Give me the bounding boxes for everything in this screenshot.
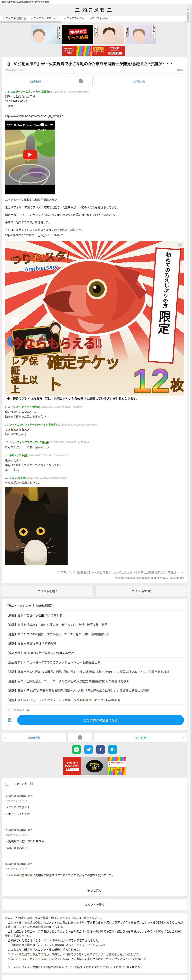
ad-colors-text: 10本単位で選べる12色 xyxy=(108,761,126,767)
comments-icon xyxy=(5,782,10,786)
home-button[interactable] xyxy=(69,76,93,86)
ad-colors-text: 10本単位で選べる12色 xyxy=(91,51,105,54)
ad-shop-name: 東京ハンガー xyxy=(109,52,122,54)
view-comments-button[interactable]: コメント(56件) xyxy=(96,586,187,596)
prev-article-button[interactable]: 前の記事 xyxy=(2,733,66,743)
next-article-button[interactable]: 次の記事 xyxy=(94,733,187,743)
share-bar: LINE f B! xyxy=(2,745,187,754)
free-shipping-badge: 送料無料 xyxy=(111,768,122,772)
wowma-banner-ad-2[interactable]: すべらない PVCハンガー 東京ハンガー WOWMA! ランキング 常連! 10… xyxy=(63,757,126,775)
news-item[interactable]: 【速報】ネコがタヌキに授乳...はなちゃん、すくすく育つ 玉野・渋川動物公園 xyxy=(5,629,184,639)
livedoor-blog-icon: B xyxy=(5,715,14,725)
twitter-share-icon[interactable] xyxy=(84,745,93,754)
thread-source-link[interactable]: http://hayabusa3.2ch.net/test/read.cgi/n… xyxy=(115,576,184,579)
horizontal-scrollbar-thumb[interactable] xyxy=(3,21,61,23)
wowma-badge: WOWMA! ランキング 常連! xyxy=(86,760,103,772)
top-nav: ねこメモ専用掲示板 ねこメモあっぷろーだー ねこメモあんてな ねこメモ | tw… xyxy=(0,15,187,21)
comment-bubble-icon xyxy=(177,68,181,71)
thread-post: 17: シューティングスタープレス(長屋) 2013/09/27 12:07:2… xyxy=(5,440,184,450)
scroll-left-arrow-icon[interactable] xyxy=(0,21,2,23)
article-card: 【( ; ∀ ; )動画あり】米・火災現場で小さな毛のかたまりを消防士が発見!息… xyxy=(2,57,187,583)
play-button[interactable] xyxy=(23,150,37,159)
news-item[interactable]: 【動画あり】米ニューヨークでネコのファッションショー 動物保護目的 xyxy=(5,657,184,667)
ad-panel-3: …っこいつ xyxy=(94,25,125,44)
category-link[interactable]: 猫ニュース xyxy=(17,708,29,711)
line-share-icon[interactable]: LINE xyxy=(72,745,81,754)
poster-name[interactable]: ショルダーアームブリーカー(京都府) xyxy=(8,90,50,93)
youtube-player[interactable]: GoPro GoPro: Fireman Saves Kitten 後で見る 共… xyxy=(5,121,55,194)
nav-board-link[interactable]: ねこメモ専用掲示板 xyxy=(3,16,26,20)
vertical-scrollbar[interactable] xyxy=(187,8,190,980)
thread-post: 6: ニーリフト(チベット自治区) 2013/09/27 11:49:48 ID… xyxy=(5,405,184,419)
category-latest-card: 「猫ニュース」カテゴリの最新記事 【速報】猫が草を食べる理由:ついに判明す 【速… xyxy=(2,599,187,730)
poster-name[interactable]: ニーリフト(チベット自治区) xyxy=(8,405,40,408)
ad-speech-bubble: これだから xyxy=(125,26,129,38)
quote-source: 引用元:【( ; ∀ ; )動画あり】米・火災現場で小さな毛のかたまりを消防士が… xyxy=(5,570,184,581)
news-item[interactable]: 【速報】猫の爪切除を禁止、ニューヨークで全米初の州法成立 ※治療目的などの場合は… xyxy=(5,676,184,686)
outer-scrollbar-track[interactable] xyxy=(189,8,192,980)
site-title[interactable]: ニ ねこメモ ニ xyxy=(75,6,112,14)
popular-articles-card: 人気記事 1 ネッコ「おっ、あの中涼しそうやんけw」ｼｭﾊﾞﾊﾞﾊﾞ› 2 【激… xyxy=(2,975,187,980)
section-header: 「猫ニュース」カテゴリの最新記事 xyxy=(5,601,184,610)
ad-panel-4: これだから 使えねーな xyxy=(125,25,156,44)
thread-post: 21: 中年'sリフト(庭) 2013/09/27 12:11:04 ID:en… xyxy=(5,453,184,472)
fishing-game-ad[interactable]: i つり12スタ! Anniversary 初めての方 久しぶりの方 限定 xyxy=(5,241,184,401)
nav-uploader-link[interactable]: ねこメモあっぷろーだー xyxy=(31,16,59,20)
page-frame: ニ ねこメモ ニ ねこメモ専用掲示板 ねこメモあっぷろーだー ねこメモあんてな … xyxy=(0,4,192,980)
write-comment-button[interactable]: コメントを書く xyxy=(2,586,94,596)
home-button[interactable] xyxy=(68,733,92,743)
next-article-button[interactable]: 次の記事 xyxy=(94,76,184,86)
news-item[interactable]: 【猫と会社】月5000円支給「猫手当」制度ある会社 xyxy=(5,648,184,657)
news-item[interactable]: 【速報】犬や猫を10分モフるだけでストレスホルモンが大幅減少、ようやく科学が証明 xyxy=(5,695,184,705)
youtube-link[interactable]: http://www.youtube.com/watch?v=CjB_oVeq8… xyxy=(5,115,63,118)
manga-banner-ad[interactable]: 急に なに…? 問い詰めて やった結果 …っこいつ これだから 使えねーな xyxy=(31,25,156,44)
article-date: 2013/09/27 18:00 xyxy=(5,68,23,72)
ad-boy-face xyxy=(104,30,115,41)
article-title: 【( ; ∀ ; )動画あり】米・火災現場で小さな毛のかたまりを消防士が発見!息… xyxy=(5,61,184,67)
news-item[interactable]: 【速報】猫が草を食べる理由:ついに判明す xyxy=(5,611,184,620)
ad-shop-name: 東京ハンガー xyxy=(66,768,79,771)
ad-girl-face xyxy=(134,31,144,43)
horizontal-scrollbar[interactable] xyxy=(0,21,187,23)
ad-headline-2: やった結果 xyxy=(68,34,88,41)
comment-policy-notice: ※スレ主や特定の人物・団体を誹謗中傷するような書き込みはご遠慮ください。 コメン… xyxy=(2,913,187,972)
wowma-banner-ad[interactable]: WOWMA! ランキング 常連! 送料無料 10本単位で選べる12色 すべらない… xyxy=(62,46,125,56)
comment-item: 3. 猫好きな名無しさん 2013年09月27日 18:16 アメリカの消防隊は… xyxy=(5,858,184,885)
free-shipping-badge: 送料無料 xyxy=(93,47,104,50)
write-comment-button-2[interactable]: コメントを書く xyxy=(5,900,184,908)
ad-speech-bubble: 使えねーな xyxy=(152,25,155,37)
hatena-share-icon[interactable]: B! xyxy=(109,745,117,754)
news-item[interactable]: 【速報】なお本日8月8日は世界猫の日 xyxy=(5,639,184,648)
news-item[interactable]: 【速報】藤あや子と2匹の子猫が戯れる動画が海外でも人気!「日本画のように美しい」… xyxy=(5,686,184,695)
thread-post: 10: シャイニングウィザード(チベット自治区) 2013/09/27 11:5… xyxy=(5,423,184,437)
ad-girl-face xyxy=(33,31,44,43)
comment-count: 56 xyxy=(177,68,184,72)
popular-header: 人気記事 xyxy=(5,978,184,980)
ad-rank-text2: 常連! xyxy=(67,52,72,54)
subscribe-button[interactable]: このブログの読者になる xyxy=(17,715,184,725)
nav-antenna-link[interactable]: ねこメモあんてな xyxy=(64,16,84,20)
news-item[interactable]: 【悲報】北九州市の住民30人の離島、通称「猫の島」で謎の猫急減。5年で3分の1に… xyxy=(5,667,184,676)
poster-name[interactable]: グロリア(長屋) xyxy=(9,476,26,479)
facebook-share-icon[interactable]: f xyxy=(96,745,105,754)
source-article-link[interactable]: http://japanese.ruvr.ru/2013_09_27/12199… xyxy=(5,234,63,237)
thread-post: 1: ショルダーアームブリーカー(京都府) 2013/09/27 11:43:2… xyxy=(5,89,184,237)
more-comments-button[interactable]: もっと見る xyxy=(5,885,184,893)
poster-name[interactable]: 中年'sリフト(庭) xyxy=(9,454,28,457)
ad-choices-icon[interactable]: i xyxy=(178,243,183,247)
rainbow-hangers-image xyxy=(76,46,91,56)
ad-panel-2: 問い詰めて やった結果 xyxy=(62,25,94,44)
ad-panel-1: 急に なに…? xyxy=(31,25,62,44)
share-button[interactable]: 共有 xyxy=(49,123,54,131)
news-item[interactable]: 【速報】名前を呼ばれても知らん顔の猫、分かっていて無視? 検証実験で判明 xyxy=(5,620,184,629)
video-letterbox xyxy=(5,185,55,194)
poster-name[interactable]: シャイニングウィザード(チベット自治区) xyxy=(9,423,57,426)
watch-later-button[interactable]: 後で見る xyxy=(38,123,46,131)
ad-product-name2: ハンガー xyxy=(111,49,120,52)
poster-name[interactable]: シューティングスタープレス(長屋) xyxy=(9,441,49,444)
home-icon xyxy=(79,80,83,83)
comment-item: 2. 猫好きな名無しさん 2013年09月27日 18:09 火災現場から救出さ… xyxy=(5,824,184,858)
ad-headline-1: 問い詰めて xyxy=(69,29,87,35)
nav-twitter-link[interactable]: ねこメモ | twitter xyxy=(89,16,108,20)
prev-article-button[interactable]: 前の記事 xyxy=(5,76,67,86)
